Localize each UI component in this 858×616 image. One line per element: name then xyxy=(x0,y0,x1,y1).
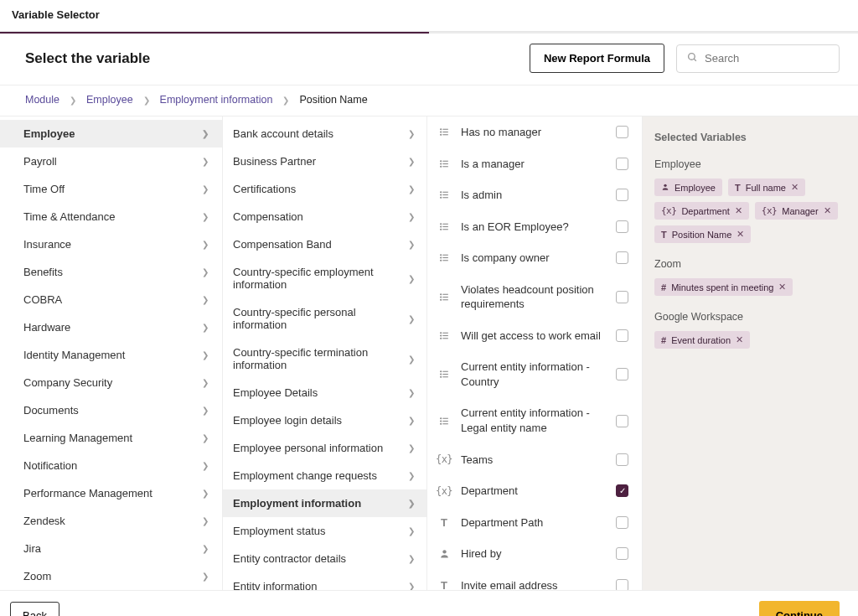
svg-point-41 xyxy=(440,333,441,334)
chevron-right-icon: ❯ xyxy=(202,295,209,304)
variable-item[interactable]: Will get access to work email xyxy=(427,320,642,352)
module-item[interactable]: Jira❯ xyxy=(0,535,222,562)
module-item[interactable]: Hardware❯ xyxy=(0,313,222,341)
chevron-right-icon: ❯ xyxy=(202,184,209,194)
variable-checkbox[interactable] xyxy=(616,251,628,264)
module-item[interactable]: Time Off❯ xyxy=(0,175,222,203)
module-item[interactable]: Notification❯ xyxy=(0,452,222,479)
breadcrumb-item[interactable]: Module xyxy=(25,94,59,106)
variable-item[interactable]: Has no manager xyxy=(427,116,642,148)
selected-chip[interactable]: #Event duration✕ xyxy=(654,331,750,349)
module-item-label: Hardware xyxy=(23,321,70,334)
category-item[interactable]: Country-specific employment information❯ xyxy=(223,258,426,298)
close-icon[interactable]: ✕ xyxy=(736,334,743,345)
chevron-right-icon: ❯ xyxy=(202,240,209,249)
module-item[interactable]: Zoom❯ xyxy=(0,562,222,590)
module-item[interactable]: Zendesk❯ xyxy=(0,507,222,535)
selected-chip[interactable]: #Minutes spent in meeting✕ xyxy=(654,278,793,296)
variable-checkbox[interactable] xyxy=(616,579,628,590)
category-item[interactable]: Entity contractor details❯ xyxy=(223,545,426,572)
variable-checkbox[interactable] xyxy=(616,126,628,138)
category-item[interactable]: Entity information❯ xyxy=(223,572,426,590)
variable-item[interactable]: Hired by xyxy=(427,538,642,570)
module-item[interactable]: Documents❯ xyxy=(0,396,222,424)
category-item-label: Certifications xyxy=(233,183,296,195)
variable-item[interactable]: Violates headcount position requirements xyxy=(427,274,642,320)
variable-item[interactable]: {x}Teams xyxy=(427,444,642,476)
module-item[interactable]: Payroll❯ xyxy=(0,148,222,175)
module-item[interactable]: Time & Attendance❯ xyxy=(0,203,222,230)
category-item[interactable]: Employee personal information❯ xyxy=(223,434,426,462)
category-item-label: Country-specific termination information xyxy=(233,346,392,371)
selected-chip[interactable]: {x}Manager✕ xyxy=(755,202,838,220)
module-item-label: Time Off xyxy=(23,183,65,195)
module-item[interactable]: Performance Management❯ xyxy=(0,479,222,507)
variable-item[interactable]: Current entity information - Country xyxy=(427,351,642,397)
module-item[interactable]: COBRA❯ xyxy=(0,286,222,313)
close-icon[interactable]: ✕ xyxy=(737,229,744,240)
variable-checkbox[interactable] xyxy=(616,516,628,529)
variable-checkbox[interactable] xyxy=(616,291,628,303)
new-report-formula-button[interactable]: New Report Formula xyxy=(530,44,664,73)
category-item[interactable]: Employment status❯ xyxy=(223,517,426,545)
category-item[interactable]: Compensation Band❯ xyxy=(223,230,426,258)
category-item[interactable]: Business Partner❯ xyxy=(223,148,426,175)
variable-checkbox[interactable] xyxy=(616,415,628,427)
module-item[interactable]: Benefits❯ xyxy=(0,258,222,286)
close-icon[interactable]: ✕ xyxy=(824,205,831,216)
variable-checkbox[interactable] xyxy=(616,368,628,380)
variable-item[interactable]: Is a manager xyxy=(427,148,642,180)
var-icon: {x} xyxy=(762,205,777,216)
category-item[interactable]: Bank account details❯ xyxy=(223,120,426,148)
variable-checkbox[interactable]: ✓ xyxy=(616,484,628,497)
variable-item[interactable]: TDepartment Path xyxy=(427,507,642,539)
category-item[interactable]: Employment change requests❯ xyxy=(223,462,426,489)
variable-item[interactable]: TInvite email address xyxy=(427,570,642,590)
variable-item[interactable]: {x}Department✓ xyxy=(427,475,642,507)
back-button[interactable]: Back xyxy=(10,602,59,616)
selected-chip[interactable]: {x}Department✕ xyxy=(654,202,749,220)
variable-checkbox[interactable] xyxy=(616,329,628,342)
variable-item[interactable]: Current entity information - Legal entit… xyxy=(427,397,642,443)
variable-item[interactable]: Is an EOR Employee? xyxy=(427,211,642,243)
category-item[interactable]: Certifications❯ xyxy=(223,175,426,203)
variable-checkbox[interactable] xyxy=(616,547,628,560)
close-icon[interactable]: ✕ xyxy=(735,205,742,216)
selected-group-title: Google Workspace xyxy=(654,311,846,323)
variable-item-label: Department xyxy=(461,484,606,499)
continue-button[interactable]: Continue xyxy=(759,601,840,616)
svg-point-49 xyxy=(440,377,441,378)
variable-checkbox[interactable] xyxy=(616,189,628,201)
selected-chip[interactable]: TPosition Name✕ xyxy=(654,225,751,243)
selected-chip[interactable]: Employee xyxy=(654,179,722,196)
module-item-label: Company Security xyxy=(23,376,112,389)
hash-icon: # xyxy=(661,282,666,292)
category-item[interactable]: Country-specific termination information… xyxy=(223,339,426,379)
category-item[interactable]: Country-specific personal information❯ xyxy=(223,298,426,339)
module-item[interactable]: Learning Management❯ xyxy=(0,424,222,452)
variable-checkbox[interactable] xyxy=(616,220,628,233)
module-item-label: Learning Management xyxy=(23,432,132,444)
category-item[interactable]: Employee login details❯ xyxy=(223,406,426,434)
close-icon[interactable]: ✕ xyxy=(778,282,786,292)
search-wrapper[interactable] xyxy=(676,44,840,73)
variable-checkbox[interactable] xyxy=(616,158,628,170)
breadcrumb-item[interactable]: Employee xyxy=(86,94,133,106)
module-item[interactable]: Employee❯ xyxy=(0,120,222,148)
category-item[interactable]: Employee Details❯ xyxy=(223,379,426,406)
category-item[interactable]: Compensation❯ xyxy=(223,203,426,230)
close-icon[interactable]: ✕ xyxy=(791,182,799,193)
module-item-label: Identity Management xyxy=(23,349,125,361)
module-item[interactable]: Identity Management❯ xyxy=(0,341,222,369)
search-input[interactable] xyxy=(705,52,845,65)
variable-item[interactable]: Is admin xyxy=(427,179,642,211)
category-item[interactable]: Employment information❯ xyxy=(223,489,426,517)
variable-checkbox[interactable] xyxy=(616,453,628,466)
selected-chip[interactable]: TFull name✕ xyxy=(728,179,805,196)
module-item[interactable]: Insurance❯ xyxy=(0,230,222,258)
module-item[interactable]: Company Security❯ xyxy=(0,369,222,396)
breadcrumb-item[interactable]: Employment information xyxy=(160,94,273,106)
svg-point-25 xyxy=(440,229,441,230)
svg-line-1 xyxy=(694,59,696,61)
variable-item[interactable]: Is company owner xyxy=(427,242,642,274)
